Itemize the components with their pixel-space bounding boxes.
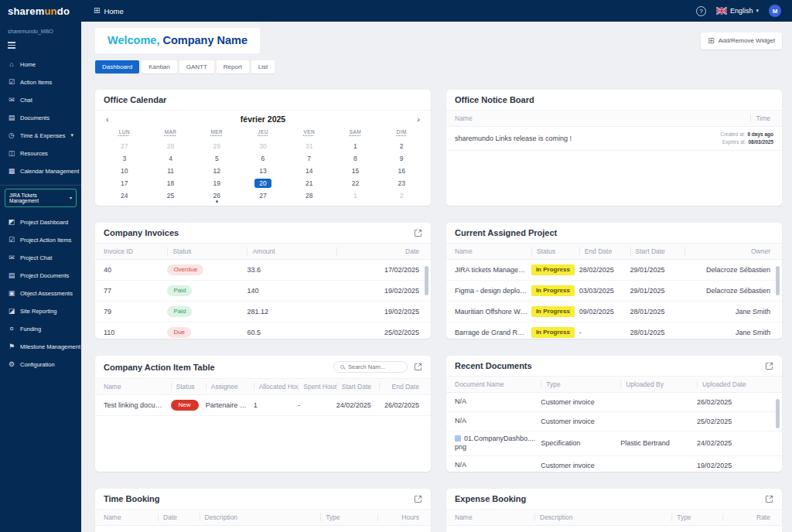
- calendar-day[interactable]: 1: [333, 186, 379, 199]
- sidebar-item-label: Documents: [20, 114, 50, 121]
- search-input[interactable]: [348, 363, 401, 370]
- column-header: Hours: [377, 513, 422, 521]
- app-logo[interactable]: sharemundo: [0, 5, 81, 17]
- calendar-day[interactable]: 30: [240, 137, 286, 149]
- calendar-day[interactable]: 27: [101, 137, 148, 149]
- calendar-day[interactable]: 3: [101, 149, 148, 162]
- day-header: LUN: [101, 126, 148, 137]
- calendar-day[interactable]: 17: [101, 174, 148, 186]
- scrollbar[interactable]: [776, 266, 780, 334]
- sidebar-item[interactable]: ◪ Site Reporting: [0, 302, 81, 320]
- expand-icon[interactable]: [414, 363, 422, 371]
- table-row[interactable]: 110 Due 60.5 25/02/2025: [95, 322, 431, 339]
- calendar-day[interactable]: 13: [240, 162, 286, 174]
- calendar-day[interactable]: 28: [148, 137, 194, 149]
- notice-row[interactable]: sharemundo Links release is coming ! Cre…: [446, 127, 782, 151]
- sidebar-item[interactable]: ◩ Project Dashboard: [0, 213, 81, 231]
- calendar-day[interactable]: 1: [333, 137, 379, 149]
- sidebar-item[interactable]: ⌂ Home: [0, 56, 81, 73]
- calendar-day[interactable]: 6: [240, 149, 286, 162]
- sidebar-item[interactable]: ▤ Project Documents: [0, 267, 81, 285]
- project-select[interactable]: JIRA Tickets Management ▾: [5, 189, 77, 207]
- expand-icon[interactable]: [765, 362, 773, 370]
- table-row[interactable]: Mauritian Offshore Win... In Progress 09…: [446, 302, 782, 322]
- scrollbar[interactable]: [776, 399, 780, 467]
- status-badge: Overdue: [167, 264, 203, 275]
- view-tab[interactable]: List: [251, 60, 275, 73]
- table-row[interactable]: Barrage de Grand Rome... In Progress - 2…: [446, 322, 782, 339]
- calendar-day[interactable]: 22: [333, 174, 379, 186]
- sidebar-item-label: Project Action Items: [20, 237, 71, 244]
- calendar-day[interactable]: 29: [193, 137, 240, 149]
- table-row[interactable]: 40 Overdue 33.6 17/02/2025: [95, 260, 431, 281]
- calendar-day[interactable]: 10: [101, 162, 148, 174]
- calendar-day[interactable]: 2: [378, 137, 425, 149]
- calendar-day[interactable]: 26: [193, 186, 240, 199]
- calendar-day[interactable]: 18: [148, 174, 194, 186]
- calendar-day[interactable]: 21: [286, 174, 333, 186]
- calendar-day[interactable]: 12: [193, 162, 240, 174]
- table-row[interactable]: Figma - design deploym... In Progress 03…: [446, 281, 782, 302]
- table-row[interactable]: Test expense booking - n... Test expense…: [446, 526, 782, 532]
- prev-month-icon[interactable]: ‹: [106, 114, 109, 124]
- table-row[interactable]: 77 Paid 140 19/02/2025: [95, 281, 431, 302]
- sidebar-item[interactable]: ✉ Chat: [0, 91, 81, 109]
- sidebar-item-label: Action Items: [20, 79, 52, 86]
- calendar-day[interactable]: 23: [378, 174, 425, 186]
- table-row[interactable]: N/A Customer invoice 19/02/2025: [446, 456, 782, 472]
- calendar-day[interactable]: 19: [193, 174, 240, 186]
- sidebar-item[interactable]: ▦ Calendar Management: [0, 162, 81, 180]
- calendar-day[interactable]: 24: [101, 186, 148, 199]
- sidebar-item[interactable]: ☑ Project Action Items: [0, 231, 81, 249]
- calendar-day[interactable]: 20: [240, 174, 286, 186]
- view-tab[interactable]: Dashboard: [95, 60, 139, 73]
- calendar-day[interactable]: 15: [333, 162, 379, 174]
- table-row[interactable]: 79 Paid 281.12 19/02/2025: [95, 302, 431, 322]
- calendar-day[interactable]: 16: [378, 162, 425, 174]
- sidebar-item[interactable]: ⚙ Configuration: [0, 356, 81, 373]
- topbar-home-link[interactable]: ⊞ Home: [94, 7, 124, 15]
- calendar-day[interactable]: 25: [148, 186, 194, 199]
- table-row[interactable]: Test linking documents New Partenaire Pa…: [95, 395, 431, 416]
- view-tab[interactable]: GANTT: [179, 60, 214, 73]
- sidebar-item[interactable]: ⚑ Milestone Management: [0, 338, 81, 356]
- language-label: English: [730, 7, 753, 15]
- sidebar-item[interactable]: ▤ Documents: [0, 109, 81, 127]
- user-avatar[interactable]: M: [769, 5, 781, 17]
- calendar-day[interactable]: 11: [148, 162, 194, 174]
- calendar-day[interactable]: 9: [378, 149, 425, 162]
- table-row[interactable]: Test expense booki... 20/02/2025 Test 20…: [95, 526, 431, 532]
- calendar-day[interactable]: 8: [333, 149, 379, 162]
- project-select-value: JIRA Tickets Management: [9, 193, 67, 203]
- calendar-day[interactable]: 5: [193, 149, 240, 162]
- calendar-day[interactable]: 7: [286, 149, 333, 162]
- sidebar-item[interactable]: ▣ Object Assessments: [0, 285, 81, 302]
- calendar-day[interactable]: 4: [148, 149, 194, 162]
- sidebar-item[interactable]: ☑ Action Items: [0, 73, 81, 91]
- table-row[interactable]: N/A Customer invoice 25/02/2025: [446, 412, 782, 431]
- calendar-day[interactable]: 31: [286, 137, 333, 149]
- next-month-icon[interactable]: ›: [417, 114, 420, 124]
- sidebar-item[interactable]: ◷ Time & Expenses ▾: [0, 127, 81, 145]
- sidebar-item-icon: ▤: [8, 114, 15, 121]
- view-tab[interactable]: Report: [217, 60, 249, 73]
- table-row[interactable]: 01.CompanyDashbo....png Specification Pl…: [446, 431, 782, 456]
- calendar-day[interactable]: 27: [240, 186, 286, 199]
- table-row[interactable]: N/A Customer invoice 26/02/2025: [446, 393, 782, 412]
- hamburger-menu-icon[interactable]: [0, 38, 81, 56]
- language-selector[interactable]: English ▾: [716, 7, 759, 15]
- expand-icon[interactable]: [414, 229, 422, 237]
- view-tab[interactable]: Kanban: [142, 60, 177, 73]
- calendar-day[interactable]: 28: [286, 186, 333, 199]
- help-icon[interactable]: ?: [696, 6, 706, 16]
- table-row[interactable]: JIRA tickets Management In Progress 28/0…: [446, 260, 782, 281]
- calendar-day[interactable]: 2: [378, 186, 425, 199]
- scrollbar[interactable]: [425, 266, 428, 334]
- add-remove-widget-button[interactable]: ⊞ Add/Remove Widget: [701, 32, 782, 49]
- calendar-day[interactable]: 14: [286, 162, 333, 174]
- sidebar-item[interactable]: ◫ Resources: [0, 145, 81, 162]
- sidebar-item[interactable]: ¤ Funding: [0, 320, 81, 338]
- sidebar-item[interactable]: ✉ Project Chat: [0, 249, 81, 267]
- expand-icon[interactable]: [414, 495, 422, 503]
- expand-icon[interactable]: [765, 495, 773, 503]
